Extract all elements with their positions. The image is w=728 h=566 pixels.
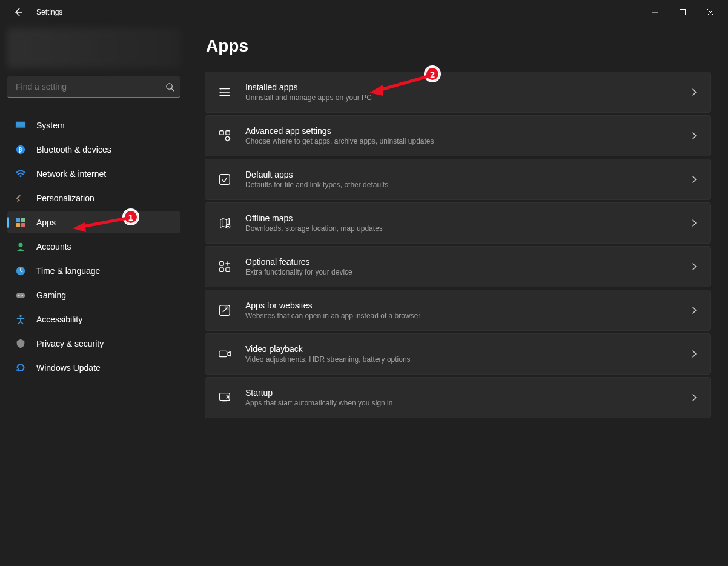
svg-point-15 xyxy=(22,295,23,296)
search-box[interactable] xyxy=(7,76,180,98)
sidebar-item-accessibility[interactable]: Accessibility xyxy=(7,308,180,330)
nav-list: System Bluetooth & devices Network & int… xyxy=(7,115,180,379)
card-subtitle: Choose where to get apps, archive apps, … xyxy=(245,137,434,145)
svg-point-18 xyxy=(219,92,220,93)
system-icon xyxy=(15,119,27,132)
card-subtitle: Video adjustments, HDR streaming, batter… xyxy=(245,355,411,364)
sidebar-item-label: System xyxy=(36,121,65,130)
svg-rect-9 xyxy=(16,223,20,227)
svg-rect-25 xyxy=(220,262,223,265)
close-button[interactable] xyxy=(697,2,724,22)
sidebar-item-privacy[interactable]: Privacy & security xyxy=(7,333,180,355)
installed-apps-icon xyxy=(217,85,232,99)
card-offline-maps[interactable]: Offline maps Downloads, storage location… xyxy=(205,202,711,244)
video-icon xyxy=(217,347,232,361)
settings-list: Installed apps Uninstall and manage apps… xyxy=(205,72,711,418)
svg-rect-0 xyxy=(680,10,686,15)
sidebar-item-network[interactable]: Network & internet xyxy=(7,163,180,185)
back-arrow-icon xyxy=(13,7,23,17)
sidebar-item-label: Bluetooth & devices xyxy=(36,145,111,155)
apps-icon xyxy=(15,216,27,228)
card-installed-apps[interactable]: Installed apps Uninstall and manage apps… xyxy=(205,72,711,113)
card-subtitle: Apps that start automatically when you s… xyxy=(245,399,392,407)
clock-icon xyxy=(15,265,27,277)
accounts-icon xyxy=(15,241,27,253)
search-input[interactable] xyxy=(15,81,165,92)
advanced-settings-icon xyxy=(217,128,232,143)
back-button[interactable] xyxy=(11,5,25,19)
sidebar-item-label: Apps xyxy=(36,218,56,227)
sidebar-item-label: Time & language xyxy=(36,266,100,276)
close-icon xyxy=(707,9,713,15)
svg-point-11 xyxy=(18,243,22,247)
card-title: Apps for websites xyxy=(245,301,420,310)
main-content: Apps Installed apps Uninstall and manage… xyxy=(188,24,728,566)
chevron-right-icon xyxy=(690,132,698,140)
card-subtitle: Websites that can open in an app instead… xyxy=(245,311,420,320)
svg-point-16 xyxy=(19,315,22,318)
paintbrush-icon xyxy=(15,192,27,204)
svg-rect-23 xyxy=(220,175,230,185)
sidebar-item-label: Windows Update xyxy=(36,363,101,373)
annotation-badge-2: 2 xyxy=(424,65,441,82)
svg-point-19 xyxy=(219,95,220,96)
link-icon xyxy=(217,303,232,318)
chevron-right-icon xyxy=(690,306,698,315)
sidebar-item-accounts[interactable]: Accounts xyxy=(7,236,180,258)
sidebar-item-time-language[interactable]: Time & language xyxy=(7,260,180,282)
annotation-badge-1: 1 xyxy=(122,208,139,225)
card-title: Optional features xyxy=(245,257,352,267)
search-icon xyxy=(165,82,174,92)
minimize-icon xyxy=(652,9,658,15)
sidebar-item-gaming[interactable]: Gaming xyxy=(7,284,180,306)
svg-rect-8 xyxy=(21,218,25,222)
sidebar-item-bluetooth[interactable]: Bluetooth & devices xyxy=(7,139,180,161)
profile-area[interactable] xyxy=(7,28,180,68)
card-subtitle: Uninstall and manage apps on your PC xyxy=(245,93,372,102)
card-apps-for-websites[interactable]: Apps for websites Websites that can open… xyxy=(205,290,711,331)
map-icon xyxy=(217,216,232,230)
startup-icon xyxy=(217,390,232,405)
svg-point-14 xyxy=(18,295,19,296)
optional-features-icon xyxy=(217,259,232,274)
chevron-right-icon xyxy=(690,88,698,96)
page-title: Apps xyxy=(206,36,711,56)
sidebar-item-label: Privacy & security xyxy=(36,339,104,348)
card-default-apps[interactable]: Default apps Defaults for file and link … xyxy=(205,159,711,200)
card-title: Startup xyxy=(245,388,392,398)
card-video-playback[interactable]: Video playback Video adjustments, HDR st… xyxy=(205,333,711,375)
sidebar-item-label: Accounts xyxy=(36,242,71,251)
sidebar-item-personalization[interactable]: Personalization xyxy=(7,187,180,209)
card-subtitle: Defaults for file and link types, other … xyxy=(245,181,388,189)
chevron-right-icon xyxy=(690,219,698,227)
sidebar-item-label: Network & internet xyxy=(36,169,106,179)
minimize-button[interactable] xyxy=(641,2,669,22)
sidebar-item-label: Gaming xyxy=(36,290,66,300)
card-subtitle: Extra functionality for your device xyxy=(245,268,352,276)
card-startup[interactable]: Startup Apps that start automatically wh… xyxy=(205,377,711,418)
svg-rect-10 xyxy=(21,223,25,227)
shield-icon xyxy=(15,338,27,350)
sidebar-item-windows-update[interactable]: Windows Update xyxy=(7,357,180,379)
svg-point-22 xyxy=(225,136,229,140)
card-title: Advanced app settings xyxy=(245,126,434,136)
default-apps-icon xyxy=(217,172,232,187)
accessibility-icon xyxy=(15,313,27,325)
maximize-button[interactable] xyxy=(669,2,697,22)
titlebar: Settings xyxy=(0,0,728,24)
sidebar-item-system[interactable]: System xyxy=(7,115,180,136)
svg-point-1 xyxy=(167,83,172,88)
svg-rect-13 xyxy=(16,293,25,298)
sidebar: System Bluetooth & devices Network & int… xyxy=(0,24,188,566)
chevron-right-icon xyxy=(690,262,698,271)
card-optional-features[interactable]: Optional features Extra functionality fo… xyxy=(205,246,711,287)
sidebar-item-apps[interactable]: Apps xyxy=(7,211,180,233)
svg-rect-20 xyxy=(220,131,223,135)
svg-rect-29 xyxy=(219,351,227,356)
svg-rect-7 xyxy=(16,218,20,222)
card-title: Video playback xyxy=(245,344,411,354)
card-advanced-app-settings[interactable]: Advanced app settings Choose where to ge… xyxy=(205,115,711,156)
window-controls xyxy=(641,2,724,22)
card-title: Default apps xyxy=(245,170,388,179)
svg-rect-27 xyxy=(226,268,230,271)
